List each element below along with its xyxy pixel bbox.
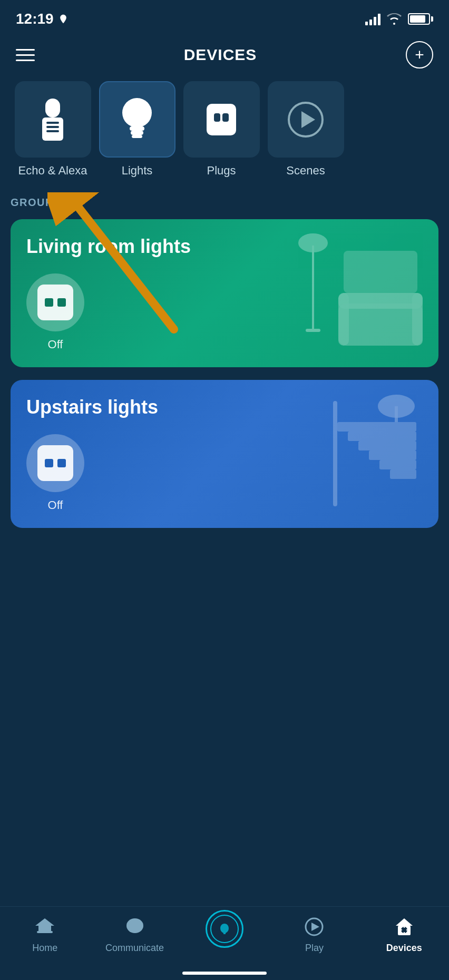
signal-icon [365,13,380,25]
svg-rect-17 [312,246,314,330]
devices-icon [393,915,416,938]
svg-rect-7 [130,126,144,131]
svg-point-37 [126,918,143,933]
battery-icon [408,13,433,25]
scenes-icon [285,99,327,141]
nav-alexa[interactable] [180,910,269,948]
home-indicator [182,972,267,975]
svg-rect-26 [337,422,416,432]
svg-rect-5 [46,130,59,132]
communicate-nav-label: Communicate [105,943,164,954]
upstairs-power-dot-1 [45,459,53,467]
svg-marker-14 [301,111,315,128]
page-title: DEVICES [184,46,257,64]
living-room-power-icon [37,285,73,320]
category-scenes[interactable]: Scenes [263,81,348,178]
category-echo[interactable]: Echo & Alexa [11,81,95,178]
power-dots [45,298,66,307]
nav-play[interactable]: Play [269,915,359,954]
living-room-group-card[interactable]: Living room lights Off [11,219,438,367]
svg-marker-40 [311,923,319,931]
status-time: 12:19 [16,11,69,27]
power-dot-1 [45,298,53,307]
svg-point-6 [122,98,152,128]
upstairs-name: Upstairs lights [26,396,423,418]
nav-home[interactable]: Home [0,915,90,954]
svg-rect-2 [42,117,63,141]
location-icon [58,14,69,24]
home-icon [33,915,56,938]
svg-rect-28 [358,441,416,450]
living-room-name: Living room lights [26,235,423,258]
echo-label: Echo & Alexa [18,164,87,178]
upstairs-power-button[interactable] [26,434,84,492]
svg-marker-41 [396,918,413,926]
scenes-card [268,81,344,158]
status-icons [365,13,433,25]
bottom-nav: Home Communicate Play [0,906,449,980]
groups-heading: GROUPS [11,197,438,209]
upstairs-status: Off [48,498,63,512]
menu-button[interactable] [16,49,35,61]
upstairs-power-dot-2 [57,459,66,467]
living-room-power-button[interactable] [26,273,84,331]
svg-rect-31 [390,469,416,479]
svg-rect-35 [38,925,51,932]
svg-rect-9 [132,135,142,138]
scenes-label: Scenes [286,164,325,178]
status-bar: 12:19 [0,0,449,34]
upstairs-group-card[interactable]: Upstairs lights Off [11,380,438,528]
alexa-ring [206,910,243,948]
lights-card [99,81,175,158]
svg-rect-30 [379,460,416,469]
lights-label: Lights [122,164,153,178]
upstairs-power-icon [37,445,73,481]
wifi-icon [387,13,402,25]
home-nav-label: Home [32,943,57,954]
alexa-inner-ring [210,915,239,943]
upstairs-power-dots [45,459,66,467]
device-categories: Echo & Alexa Lights [0,76,449,188]
svg-rect-20 [338,303,423,346]
category-plugs[interactable]: Plugs [179,81,263,178]
svg-rect-4 [46,126,59,128]
svg-rect-10 [207,104,236,135]
svg-rect-1 [45,99,60,117]
echo-card [15,81,91,158]
power-dot-2 [57,298,66,307]
plugs-card [183,81,260,158]
plugs-label: Plugs [207,164,236,178]
svg-point-0 [393,23,395,25]
svg-rect-11 [214,113,220,122]
communicate-icon [123,915,147,938]
devices-nav-label: Devices [386,943,422,954]
nav-devices[interactable]: Devices [359,915,449,954]
svg-marker-36 [35,918,54,926]
add-device-button[interactable]: + [406,41,433,68]
nav-communicate[interactable]: Communicate [90,915,179,954]
app-header: DEVICES + [0,34,449,76]
svg-rect-8 [131,131,143,135]
play-icon [302,915,326,938]
svg-rect-19 [306,329,320,332]
svg-rect-3 [46,122,59,124]
svg-rect-23 [338,293,423,309]
svg-rect-29 [369,450,416,460]
plug-icon [200,99,242,141]
light-bulb-icon [116,96,158,143]
groups-section: GROUPS Living room lights Off [0,188,449,551]
living-room-status: Off [48,338,63,351]
living-room-power-container: Off [26,273,84,351]
echo-alexa-icon [36,99,70,141]
upstairs-power-container: Off [26,434,84,512]
svg-rect-27 [348,432,416,441]
play-nav-label: Play [305,943,324,954]
svg-rect-12 [222,113,229,122]
category-lights[interactable]: Lights [95,81,179,178]
